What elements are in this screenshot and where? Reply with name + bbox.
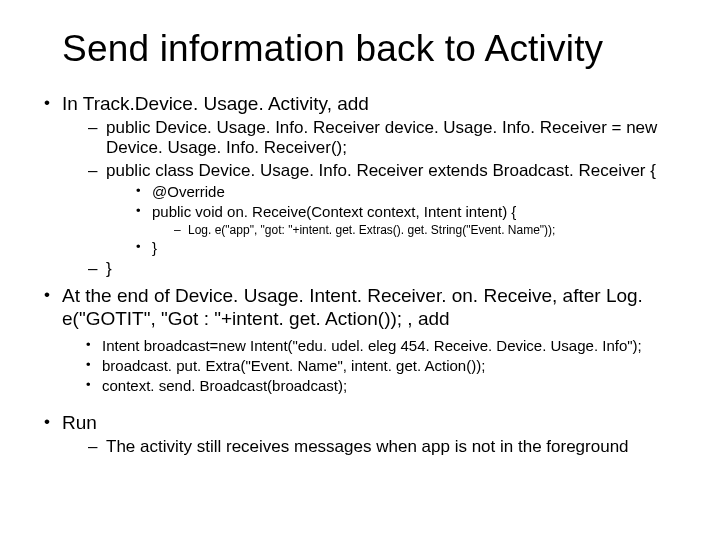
text: public class Device. Usage. Info. Receiv… <box>106 161 656 180</box>
list-item: context. send. Broadcast(broadcast); <box>84 377 680 395</box>
list-item: } <box>134 239 680 257</box>
list-item: The activity still receives messages whe… <box>84 437 680 457</box>
text: @Override <box>152 183 225 200</box>
text: public void on. Receive(Context context,… <box>152 203 516 220</box>
text: Run <box>62 412 97 433</box>
text: The activity still receives messages whe… <box>106 437 629 456</box>
list-item: Log. e("app", "got: "+intent. get. Extra… <box>172 223 680 237</box>
bullet-list: In Track.Device. Usage. Activity, add pu… <box>40 92 680 457</box>
list-item: At the end of Device. Usage. Intent. Rec… <box>40 284 680 396</box>
text: Log. e("app", "got: "+intent. get. Extra… <box>188 223 555 237</box>
list-item: public class Device. Usage. Info. Receiv… <box>84 161 680 258</box>
text: context. send. Broadcast(broadcast); <box>102 377 347 394</box>
list-item: public void on. Receive(Context context,… <box>134 203 680 237</box>
list-item: @Override <box>134 183 680 201</box>
list-item: In Track.Device. Usage. Activity, add pu… <box>40 92 680 280</box>
text: broadcast. put. Extra("Event. Name", int… <box>102 357 485 374</box>
slide: Send information back to Activity In Tra… <box>0 0 720 540</box>
text: } <box>106 259 112 278</box>
slide-title: Send information back to Activity <box>62 28 680 70</box>
list-item: broadcast. put. Extra("Event. Name", int… <box>84 357 680 375</box>
list-item: public Device. Usage. Info. Receiver dev… <box>84 118 680 159</box>
list-item: Intent broadcast=new Intent("edu. udel. … <box>84 337 680 355</box>
list-item: } <box>84 259 680 279</box>
text: At the end of Device. Usage. Intent. Rec… <box>62 285 643 330</box>
text: Intent broadcast=new Intent("edu. udel. … <box>102 337 642 354</box>
list-item: Run The activity still receives messages… <box>40 411 680 457</box>
text: public Device. Usage. Info. Receiver dev… <box>106 118 657 157</box>
text: } <box>152 239 157 256</box>
text: In Track.Device. Usage. Activity, add <box>62 93 369 114</box>
